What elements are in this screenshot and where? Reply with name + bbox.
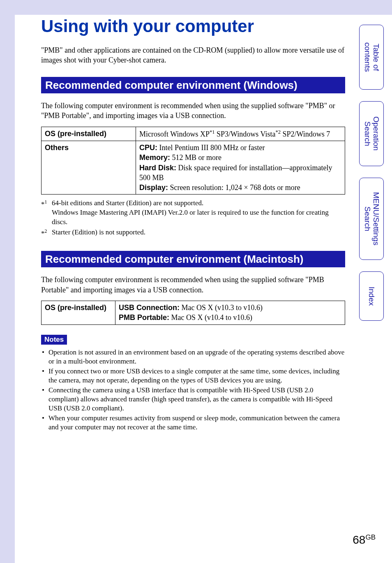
os-label-cell: OS (pre-installed): [42, 127, 136, 141]
page-number: 68GB: [353, 533, 376, 547]
table-row: Others CPU: Intel Pentium III 800 MHz or…: [42, 141, 345, 194]
notes-label: Notes: [41, 335, 67, 345]
windows-intro: The following computer environment is re…: [41, 101, 345, 121]
list-item: If you connect two or more USB devices t…: [41, 367, 345, 385]
tab-index[interactable]: Index: [359, 271, 384, 321]
memory-value: 512 MB or more: [170, 153, 221, 162]
intro-paragraph: "PMB" and other applications are contain…: [41, 45, 345, 65]
tab-label: Table of contents: [363, 42, 380, 72]
tab-label: MENU/Settings Search: [363, 192, 380, 246]
usb-label: USB Connection:: [119, 304, 180, 312]
mac-spec-table: OS (pre-installed) USB Connection: Mac O…: [41, 301, 345, 325]
usb-value: Mac OS X (v10.3 to v10.6): [180, 304, 263, 312]
list-item: Operation is not assured in an environme…: [41, 348, 345, 366]
footnote-2: *2 Starter (Edition) is not supported.: [41, 228, 345, 239]
cpu-value: Intel Pentium III 800 MHz or faster: [157, 144, 265, 152]
tab-label: Operation Search: [363, 116, 380, 151]
others-label-cell: Others: [42, 141, 136, 194]
page-title: Using with your computer: [41, 16, 345, 36]
display-value: Screen resolution: 1,024 × 768 dots or m…: [168, 183, 300, 192]
mac-intro: The following computer environment is re…: [41, 275, 345, 295]
memory-label: Memory:: [139, 153, 170, 162]
hdd-label: Hard Disk:: [139, 164, 176, 172]
page-num-value: 68: [353, 533, 365, 546]
display-label: Display:: [139, 183, 168, 192]
notes-list: Operation is not assured in an environme…: [41, 348, 345, 432]
footnote-text: 64-bit editions and Starter (Edition) ar…: [52, 199, 345, 227]
cpu-label: CPU:: [139, 144, 157, 152]
pmb-value: Mac OS X (v10.4 to v10.6): [169, 313, 252, 322]
mac-value-cell: USB Connection: Mac OS X (v10.3 to v10.6…: [115, 301, 345, 324]
others-value-cell: CPU: Intel Pentium III 800 MHz or faster…: [136, 141, 345, 194]
windows-spec-table: OS (pre-installed) Microsoft Windows XP*…: [41, 127, 345, 195]
os-sup2: *2: [275, 129, 281, 135]
footnote-text: Starter (Edition) is not supported.: [52, 228, 345, 239]
page-num-suffix: GB: [365, 533, 376, 541]
tab-table-of-contents[interactable]: Table of contents: [359, 25, 384, 90]
footnote-marker: *1: [41, 199, 52, 227]
windows-section-header: Recommended computer environment (Window…: [41, 77, 345, 94]
notes-section: Notes Operation is not assured in an env…: [41, 335, 345, 432]
table-row: OS (pre-installed) USB Connection: Mac O…: [42, 301, 345, 324]
windows-footnotes: *1 64-bit editions and Starter (Edition)…: [41, 199, 345, 238]
os-value-suffix: SP2/Windows 7: [281, 130, 330, 138]
footnote-1: *1 64-bit editions and Starter (Edition)…: [41, 199, 345, 227]
tab-operation-search[interactable]: Operation Search: [359, 101, 384, 166]
page-left-border: [0, 0, 15, 563]
tab-label: Index: [367, 287, 376, 306]
side-tabs-container: Table of contents Operation Search MENU/…: [359, 25, 384, 332]
table-row: OS (pre-installed) Microsoft Windows XP*…: [42, 127, 345, 141]
os-label-cell: OS (pre-installed): [42, 301, 115, 324]
tab-menu-settings-search[interactable]: MENU/Settings Search: [359, 178, 384, 260]
os-value-prefix: Microsoft Windows XP: [139, 130, 210, 138]
pmb-label: PMB Portable:: [119, 313, 169, 322]
main-content: Using with your computer "PMB" and other…: [41, 16, 345, 433]
list-item: Connecting the camera using a USB interf…: [41, 386, 345, 413]
os-sup1: *1: [210, 129, 215, 135]
mac-section-header: Recommended computer environment (Macint…: [41, 251, 345, 268]
list-item: When your computer resumes activity from…: [41, 414, 345, 432]
os-value-cell: Microsoft Windows XP*1 SP3/Windows Vista…: [136, 127, 345, 141]
page-top-border: [0, 0, 392, 15]
footnote-marker: *2: [41, 228, 52, 239]
os-value-mid: SP3/Windows Vista: [215, 130, 276, 138]
